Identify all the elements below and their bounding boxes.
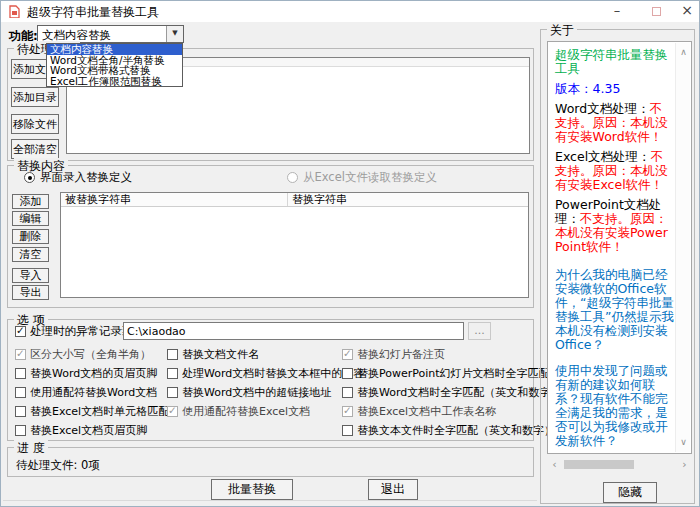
checkbox-icon: ✓	[167, 406, 178, 417]
about-group: 关于 超级字符串批量替换工具 版本：4.35 Word文档处理：不支持。原因：本…	[540, 29, 695, 504]
add-rule-button[interactable]: 添加	[12, 194, 49, 209]
checkbox-case-sensitive[interactable]: ✓ 区分大小写（全角半角）	[15, 347, 151, 362]
checkbox-wildcard-excel[interactable]: ✓ 使用通配符替换Excel文档	[167, 404, 310, 419]
dropdown-item[interactable]: 文档内容替换	[47, 44, 182, 55]
dropdown-item[interactable]: Excel工作簿限范围替换	[47, 76, 182, 87]
checkbox-excel-sheet-name[interactable]: ✓ 替换Excel文档中工作表名称	[342, 404, 496, 419]
checkbox-slide-notes[interactable]: ✓ 替换幻灯片备注页	[342, 347, 445, 362]
checkbox-icon: ✓	[342, 349, 353, 360]
checkbox-icon: ✓	[342, 406, 353, 417]
checkbox-ppt-whole-word[interactable]: 替换PowerPoint幻灯片文档时全字匹配	[342, 366, 550, 381]
close-icon: ×	[681, 2, 693, 18]
export-rules-button[interactable]: 导出	[12, 285, 49, 300]
delete-rule-button[interactable]: 删除	[12, 229, 49, 244]
checkbox-excel-cell-match[interactable]: 替换Excel文档时单元格匹配	[15, 404, 169, 419]
about-content: 超级字符串批量替换工具 版本：4.35 Word文档处理：不支持。原因：本机没有…	[549, 43, 675, 452]
scroll-down-icon[interactable]: ∨	[676, 435, 691, 450]
import-rules-button[interactable]: 导入	[12, 268, 49, 283]
checkbox-icon	[15, 368, 26, 379]
hide-button[interactable]: 隐藏	[603, 482, 657, 503]
checkbox-icon	[342, 368, 353, 379]
about-version: 版本：4.35	[555, 82, 674, 96]
radio-icon	[287, 172, 298, 183]
checkbox-excel-header-footer[interactable]: 替换Excel文档页眉页脚	[15, 423, 147, 438]
clear-all-button[interactable]: 全部清空	[11, 139, 59, 159]
about-group-label: 关于	[547, 22, 577, 39]
bottom-divider	[3, 500, 537, 501]
scrollbar-thumb[interactable]	[564, 460, 634, 469]
chevron-down-icon[interactable]: ▼	[166, 26, 183, 42]
checkbox-icon	[342, 387, 353, 398]
about-excel-status: Excel文档处理：不支持。原因：本机没有安装Excel软件！	[555, 150, 674, 192]
scroll-up-icon[interactable]: ∧	[676, 45, 691, 60]
close-button[interactable]: ×	[675, 1, 699, 21]
dropdown-item[interactable]: Word文档全角/半角替换	[47, 55, 182, 66]
progress-status: 待处理文件: 0项	[16, 458, 100, 473]
batch-replace-button[interactable]: 批量替换	[211, 479, 293, 500]
progress-group-label: 进 度	[14, 440, 48, 457]
maximize-button[interactable]	[641, 1, 671, 21]
app-icon	[8, 5, 21, 18]
about-horizontal-scrollbar[interactable]: ‹ ›	[548, 458, 691, 471]
replace-rules-table[interactable]: 被替换字符串 替换字符串	[60, 192, 529, 298]
clear-rules-button[interactable]: 清空	[12, 247, 49, 262]
checkbox-word-whole-word[interactable]: 替换Word文档时全字匹配（英文和数字）	[342, 385, 561, 400]
about-text-area[interactable]: 超级字符串批量替换工具 版本：4.35 Word文档处理：不支持。原因：本机没有…	[547, 41, 692, 454]
check-icon: ✓	[16, 324, 25, 336]
checkbox-icon: ✓	[15, 326, 26, 337]
edit-rule-button[interactable]: 编辑	[12, 211, 49, 226]
checkbox-word-textbox-content[interactable]: 处理Word文档时替换文本框中的内容	[167, 366, 364, 381]
checkbox-text-whole-word[interactable]: 替换文本文件时全字匹配（英文和数字）	[342, 423, 555, 438]
minimize-button[interactable]: –	[601, 1, 633, 21]
checkbox-icon	[167, 349, 178, 360]
checkbox-icon	[342, 425, 353, 436]
about-vertical-scrollbar[interactable]: ∧ ∨	[675, 43, 690, 452]
checkbox-icon	[15, 387, 26, 398]
app-window: 超级字符串批量替换工具 – × 功能: 文档内容替换 ▼ 待处理文件 添加文件 …	[0, 0, 700, 507]
about-app-name: 超级字符串批量替换工具	[555, 48, 674, 76]
minimize-icon: –	[614, 3, 621, 18]
table-header-row: 被替换字符串 替换字符串	[61, 193, 528, 207]
about-word-status: Word文档处理：不支持。原因：本机没有安装Word软件！	[555, 102, 674, 144]
dropdown-item[interactable]: Word文档带格式替换	[47, 65, 182, 76]
add-directory-button[interactable]: 添加目录	[11, 87, 59, 107]
checkbox-icon: ✓	[15, 349, 26, 360]
maximize-icon	[652, 7, 661, 16]
window-title: 超级字符串批量替换工具	[27, 4, 159, 21]
scroll-right-icon[interactable]: ›	[678, 458, 691, 471]
progress-group: 进 度 待处理文件: 0项	[7, 447, 534, 477]
titlebar: 超级字符串批量替换工具 – ×	[1, 1, 699, 22]
function-dropdown-list: 文档内容替换 Word文档全角/半角替换 Word文档带格式替换 Excel工作…	[46, 43, 183, 87]
column-header-source[interactable]: 被替换字符串	[61, 193, 288, 206]
about-question-contact[interactable]: 使用中发现了问题或有新的建议如何联系？现有软件不能完全满足我的需求，是否可以为我…	[555, 364, 674, 448]
scroll-left-icon[interactable]: ‹	[548, 458, 561, 471]
about-question-office[interactable]: 为什么我的电脑已经安装微软的Office软件，“超级字符串批量替换工具”仍然提示…	[555, 268, 674, 352]
log-path-input[interactable]	[123, 322, 464, 340]
checkbox-icon	[15, 425, 26, 436]
radio-from-excel[interactable]: 从Excel文件读取替换定义	[287, 170, 437, 185]
replace-content-group: 替换内容 界面录入替换定义 从Excel文件读取替换定义 添加 编辑 删除 清空…	[7, 165, 534, 308]
checkbox-word-header-footer[interactable]: 替换Word文档的页眉页脚	[15, 366, 157, 381]
about-ppt-status: PowerPoint文档处理：不支持。原因：本机没有安装PowerPoint软件…	[555, 198, 674, 254]
checkbox-icon	[167, 368, 178, 379]
checkbox-replace-filename[interactable]: 替换文档文件名	[167, 347, 259, 362]
checkbox-wildcard-word[interactable]: 使用通配符替换Word文档	[15, 385, 157, 400]
column-header-target[interactable]: 替换字符串	[288, 193, 528, 206]
browse-button[interactable]: ...	[468, 322, 491, 340]
checkbox-icon	[167, 387, 178, 398]
radio-icon	[24, 172, 35, 183]
exit-button[interactable]: 退出	[368, 479, 418, 500]
radio-manual-entry[interactable]: 界面录入替换定义	[24, 170, 132, 185]
remove-file-button[interactable]: 移除文件	[11, 114, 59, 134]
checkbox-word-hyperlink[interactable]: 替换Word文档中的超链接地址	[167, 385, 331, 400]
checkbox-icon	[15, 406, 26, 417]
scrollbar-track[interactable]	[561, 460, 678, 469]
